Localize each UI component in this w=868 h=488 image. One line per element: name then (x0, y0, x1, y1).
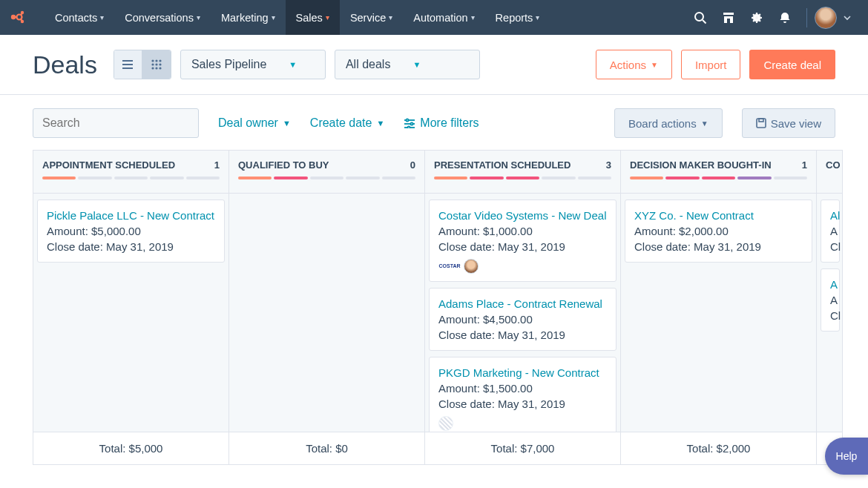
column-header: DECISION MAKER BOUGHT-IN1 (621, 151, 816, 194)
column-total: Total: $0 (229, 432, 424, 464)
chevron-down-icon: ▼ (412, 60, 421, 69)
user-avatar[interactable] (815, 7, 837, 29)
board-column: PRESENTATION SCHEDULED3Costar Video Syst… (424, 150, 620, 465)
svg-rect-9 (723, 13, 734, 15)
deal-card-title[interactable]: Adams Place - Contract Renewal (438, 297, 602, 310)
svg-line-8 (703, 20, 706, 24)
nav-item-marketing[interactable]: Marketing▾ (211, 0, 286, 35)
svg-line-6 (21, 19, 22, 21)
board-view-button[interactable] (142, 50, 171, 79)
marketplace-icon[interactable] (714, 0, 743, 35)
board-column: DECISION MAKER BOUGHT-IN1XYZ Co. - New C… (620, 150, 816, 465)
help-button[interactable]: Help (825, 438, 868, 475)
column-body[interactable]: XYZ Co. - New ContractAmount: $2,000.00C… (621, 194, 816, 432)
board-actions-button[interactable]: Board actions ▼ (614, 108, 723, 138)
chevron-down-icon: ▼ (283, 119, 291, 128)
deal-card-title[interactable]: Pickle Palace LLC - New Contract (47, 209, 214, 222)
save-view-button[interactable]: Save view (742, 108, 835, 138)
nav-item-label: Sales (296, 12, 323, 24)
nav-item-reports[interactable]: Reports▾ (485, 0, 550, 35)
column-body[interactable]: Costar Video Systems - New DealAmount: $… (425, 194, 620, 432)
pipeline-select[interactable]: Sales Pipeline ▼ (180, 50, 326, 79)
nav-item-label: Automation (413, 12, 467, 24)
import-button-label: Import (695, 59, 727, 71)
deal-card-title[interactable]: PKGD Marketing - New Contract (438, 366, 599, 379)
column-body[interactable] (229, 194, 424, 432)
search-nav-icon[interactable] (686, 0, 714, 35)
more-filters-button[interactable]: More filters (404, 116, 479, 130)
deal-board: APPOINTMENT SCHEDULED1Pickle Palace LLC … (0, 150, 868, 465)
column-header: APPOINTMENT SCHEDULED1 (33, 151, 228, 194)
nav-item-label: Contacts (55, 12, 97, 24)
deal-card[interactable]: Adams Place - Contract RenewalAmount: $4… (429, 288, 617, 351)
column-header: CO (817, 151, 842, 194)
create-deal-button[interactable]: Create deal (749, 50, 835, 79)
column-body[interactable]: Pickle Palace LLC - New ContractAmount: … (33, 194, 228, 432)
nav-divider (806, 8, 807, 27)
nav-item-automation[interactable]: Automation▾ (403, 0, 484, 35)
svg-line-5 (21, 13, 22, 15)
deal-card-amount: Amount: $4,500.00 (438, 311, 607, 327)
deal-card[interactable]: Pickle Palace LLC - New ContractAmount: … (37, 200, 225, 263)
search-box[interactable] (33, 108, 199, 138)
chevron-down-icon: ▾ (471, 13, 475, 22)
column-body[interactable]: AlAClAACl (817, 194, 842, 432)
deal-card-title[interactable]: Al (830, 209, 840, 222)
column-count: 0 (410, 159, 415, 171)
page-header: Deals Sales Pipeline ▼ All deals ▼ Actio… (0, 35, 868, 95)
svg-rect-33 (759, 119, 763, 122)
deal-card[interactable]: AlACl (821, 200, 840, 263)
deal-card-amount: Amount: $1,000.00 (438, 223, 607, 239)
svg-point-3 (17, 14, 22, 19)
svg-point-29 (411, 122, 413, 125)
deal-card[interactable]: AACl (821, 268, 840, 332)
nav-item-label: Conversations (125, 12, 194, 24)
nav-item-conversations[interactable]: Conversations▾ (114, 0, 211, 35)
create-date-filter[interactable]: Create date ▼ (310, 116, 385, 130)
deal-card-title[interactable]: Costar Video Systems - New Deal (438, 209, 606, 222)
svg-point-18 (151, 63, 154, 65)
deal-card-title[interactable]: A (830, 278, 838, 291)
svg-point-21 (151, 67, 154, 69)
deal-card[interactable]: Costar Video Systems - New DealAmount: $… (429, 200, 617, 282)
svg-rect-32 (757, 119, 766, 128)
nav-item-service[interactable]: Service▾ (340, 0, 403, 35)
import-button[interactable]: Import (681, 50, 741, 79)
list-view-button[interactable] (114, 50, 142, 79)
save-view-label: Save view (771, 117, 821, 130)
column-total: Total: $5,000 (33, 432, 228, 464)
deal-card-title[interactable]: XYZ Co. - New Contract (634, 209, 754, 222)
search-input[interactable] (42, 116, 191, 130)
deal-card-close-date: Close date: May 31, 2019 (634, 239, 803, 254)
pipeline-select-label: Sales Pipeline (191, 58, 266, 71)
column-count: 1 (802, 159, 807, 171)
svg-point-17 (159, 59, 161, 62)
deal-owner-filter[interactable]: Deal owner ▼ (218, 116, 291, 130)
contact-avatar-icon (464, 259, 479, 274)
column-title: APPOINTMENT SCHEDULED (42, 159, 175, 171)
help-label: Help (836, 450, 858, 462)
board-column: APPOINTMENT SCHEDULED1Pickle Palace LLC … (33, 150, 228, 465)
nav-item-label: Marketing (221, 12, 269, 24)
chevron-down-icon: ▾ (389, 13, 392, 22)
svg-point-31 (408, 126, 410, 128)
deal-card[interactable]: XYZ Co. - New ContractAmount: $2,000.00C… (625, 200, 812, 263)
app-logo[interactable] (9, 7, 30, 28)
svg-point-7 (695, 13, 703, 21)
more-filters-label: More filters (420, 116, 479, 130)
chevron-down-icon: ▾ (100, 13, 104, 22)
nav-item-contacts[interactable]: Contacts▾ (45, 0, 114, 35)
nav-item-sales[interactable]: Sales▾ (286, 0, 340, 35)
svg-point-23 (159, 67, 161, 69)
notifications-icon[interactable] (771, 0, 799, 35)
account-menu-chevron[interactable] (840, 0, 855, 35)
board-column: COAlAClAACl (816, 150, 843, 465)
deals-select[interactable]: All deals ▼ (335, 50, 480, 79)
column-total: Total: $2,000 (621, 432, 816, 464)
deal-card-close-date: Close date: May 31, 2019 (438, 327, 607, 343)
deal-card[interactable]: PKGD Marketing - New ContractAmount: $1,… (429, 357, 617, 432)
actions-button[interactable]: Actions ▼ (596, 50, 672, 79)
deal-card-associations (438, 416, 607, 431)
settings-icon[interactable] (743, 0, 771, 35)
column-total: Total: $7,000 (425, 432, 620, 464)
